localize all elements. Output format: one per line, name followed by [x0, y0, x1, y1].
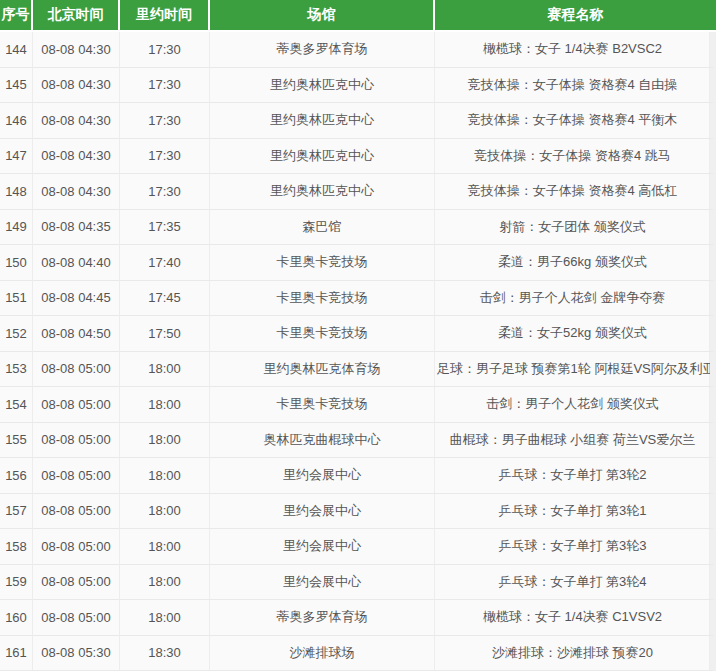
beijing-time-cell: 08-08 04:30 — [33, 174, 120, 210]
venue-cell: 卡里奥卡竞技场 — [210, 281, 435, 317]
beijing-time-cell: 08-08 04:30 — [33, 68, 120, 104]
rio-time-cell: 17:30 — [120, 103, 210, 139]
table-row: 16008-08 05:0018:00蒂奥多罗体育场橄榄球：女子 1/4决赛 C… — [0, 600, 716, 636]
rio-time-cell: 18:00 — [120, 529, 210, 565]
event-name-cell: 橄榄球：女子 1/4决赛 C1VSV2 — [435, 600, 716, 636]
row-number-cell: 161 — [0, 636, 33, 672]
beijing-time-cell: 08-08 05:00 — [33, 529, 120, 565]
venue-cell: 森巴馆 — [210, 210, 435, 246]
row-number-cell: 153 — [0, 352, 33, 388]
event-name-cell: 柔道：男子66kg 颁奖仪式 — [435, 245, 716, 281]
venue-cell: 卡里奥卡竞技场 — [210, 245, 435, 281]
venue-cell: 卡里奥卡竞技场 — [210, 387, 435, 423]
venue-cell: 沙滩排球场 — [210, 636, 435, 672]
table-row: 15908-08 05:0018:00里约会展中心乒乓球：女子单打 第3轮4 — [0, 565, 716, 601]
event-name-cell: 乒乓球：女子单打 第3轮3 — [435, 529, 716, 565]
table-row: 14608-08 04:3017:30里约奥林匹克中心竞技体操：女子体操 资格赛… — [0, 103, 716, 139]
schedule-page: 序号 北京时间 里约时间 场馆 赛程名称 14408-08 04:3017:30… — [0, 0, 716, 672]
event-name-cell: 乒乓球：女子单打 第3轮2 — [435, 458, 716, 494]
venue-cell: 里约奥林匹克中心 — [210, 174, 435, 210]
row-number-cell: 154 — [0, 387, 33, 423]
event-name-cell: 柔道：女子52kg 颁奖仪式 — [435, 316, 716, 352]
rio-time-cell: 18:30 — [120, 636, 210, 672]
table-row: 15608-08 05:0018:00里约会展中心乒乓球：女子单打 第3轮2 — [0, 458, 716, 494]
row-number-cell: 147 — [0, 139, 33, 175]
row-number-cell: 156 — [0, 458, 33, 494]
venue-cell: 里约奥林匹克体育场 — [210, 352, 435, 388]
table-row: 15208-08 04:5017:50卡里奥卡竞技场柔道：女子52kg 颁奖仪式 — [0, 316, 716, 352]
event-name-cell: 射箭：女子团体 颁奖仪式 — [435, 210, 716, 246]
event-name-cell: 曲棍球：男子曲棍球 小组赛 荷兰VS爱尔兰 — [435, 423, 716, 459]
column-header-event-name: 赛程名称 — [435, 0, 716, 32]
venue-cell: 里约会展中心 — [210, 458, 435, 494]
event-name-cell: 竞技体操：女子体操 资格赛4 自由操 — [435, 68, 716, 104]
row-number-cell: 152 — [0, 316, 33, 352]
rio-time-cell: 18:00 — [120, 423, 210, 459]
beijing-time-cell: 08-08 05:30 — [33, 636, 120, 672]
table-row: 15308-08 05:0018:00里约奥林匹克体育场足球：男子足球 预赛第1… — [0, 352, 716, 388]
beijing-time-cell: 08-08 04:30 — [33, 139, 120, 175]
row-number-cell: 158 — [0, 529, 33, 565]
row-number-cell: 151 — [0, 281, 33, 317]
row-number-cell: 159 — [0, 565, 33, 601]
event-name-cell: 击剑：男子个人花剑 金牌争夺赛 — [435, 281, 716, 317]
header-row: 序号 北京时间 里约时间 场馆 赛程名称 — [0, 0, 716, 32]
row-number-cell: 145 — [0, 68, 33, 104]
rio-time-cell: 17:45 — [120, 281, 210, 317]
row-number-cell: 144 — [0, 32, 33, 68]
column-header-rio-time: 里约时间 — [120, 0, 210, 32]
beijing-time-cell: 08-08 05:00 — [33, 494, 120, 530]
row-number-cell: 160 — [0, 600, 33, 636]
beijing-time-cell: 08-08 05:00 — [33, 565, 120, 601]
table-row: 15008-08 04:4017:40卡里奥卡竞技场柔道：男子66kg 颁奖仪式 — [0, 245, 716, 281]
table-row: 14408-08 04:3017:30蒂奥多罗体育场橄榄球：女子 1/4决赛 B… — [0, 32, 716, 68]
row-number-cell: 146 — [0, 103, 33, 139]
table-row: 15108-08 04:4517:45卡里奥卡竞技场击剑：男子个人花剑 金牌争夺… — [0, 281, 716, 317]
event-name-cell: 橄榄球：女子 1/4决赛 B2VSC2 — [435, 32, 716, 68]
venue-cell: 里约奥林匹克中心 — [210, 103, 435, 139]
rio-time-cell: 18:00 — [120, 387, 210, 423]
row-number-cell: 148 — [0, 174, 33, 210]
beijing-time-cell: 08-08 04:30 — [33, 103, 120, 139]
beijing-time-cell: 08-08 05:00 — [33, 600, 120, 636]
event-name-cell: 乒乓球：女子单打 第3轮4 — [435, 565, 716, 601]
rio-time-cell: 17:30 — [120, 68, 210, 104]
table-row: 15808-08 05:0018:00里约会展中心乒乓球：女子单打 第3轮3 — [0, 529, 716, 565]
event-name-cell: 击剑：男子个人花剑 颁奖仪式 — [435, 387, 716, 423]
row-number-cell: 150 — [0, 245, 33, 281]
row-number-cell: 155 — [0, 423, 33, 459]
rio-time-cell: 18:00 — [120, 494, 210, 530]
table-row: 15508-08 05:0018:00奥林匹克曲棍球中心曲棍球：男子曲棍球 小组… — [0, 423, 716, 459]
rio-time-cell: 18:00 — [120, 352, 210, 388]
rio-time-cell: 17:50 — [120, 316, 210, 352]
table-row: 16108-08 05:3018:30沙滩排球场沙滩排球：沙滩排球 预赛20 — [0, 636, 716, 672]
table-row: 14808-08 04:3017:30里约奥林匹克中心竞技体操：女子体操 资格赛… — [0, 174, 716, 210]
beijing-time-cell: 08-08 05:00 — [33, 352, 120, 388]
event-name-cell: 竞技体操：女子体操 资格赛4 跳马 — [435, 139, 716, 175]
beijing-time-cell: 08-08 04:30 — [33, 32, 120, 68]
row-number-cell: 157 — [0, 494, 33, 530]
venue-cell: 里约会展中心 — [210, 565, 435, 601]
rio-time-cell: 17:30 — [120, 139, 210, 175]
venue-cell: 里约会展中心 — [210, 529, 435, 565]
venue-cell: 里约奥林匹克中心 — [210, 68, 435, 104]
table-row: 15708-08 05:0018:00里约会展中心乒乓球：女子单打 第3轮1 — [0, 494, 716, 530]
schedule-table-body: 14408-08 04:3017:30蒂奥多罗体育场橄榄球：女子 1/4决赛 B… — [0, 32, 716, 671]
table-row: 15408-08 05:0018:00卡里奥卡竞技场击剑：男子个人花剑 颁奖仪式 — [0, 387, 716, 423]
venue-cell: 里约奥林匹克中心 — [210, 139, 435, 175]
event-name-cell: 竞技体操：女子体操 资格赛4 高低杠 — [435, 174, 716, 210]
beijing-time-cell: 08-08 04:50 — [33, 316, 120, 352]
rio-time-cell: 18:00 — [120, 458, 210, 494]
table-row: 14708-08 04:3017:30里约奥林匹克中心竞技体操：女子体操 资格赛… — [0, 139, 716, 175]
schedule-table: 序号 北京时间 里约时间 场馆 赛程名称 14408-08 04:3017:30… — [0, 0, 716, 671]
rio-time-cell: 17:30 — [120, 32, 210, 68]
rio-time-cell: 18:00 — [120, 565, 210, 601]
event-name-cell: 沙滩排球：沙滩排球 预赛20 — [435, 636, 716, 672]
column-header-row-number: 序号 — [0, 0, 33, 32]
beijing-time-cell: 08-08 05:00 — [33, 387, 120, 423]
rio-time-cell: 17:35 — [120, 210, 210, 246]
table-row: 14508-08 04:3017:30里约奥林匹克中心竞技体操：女子体操 资格赛… — [0, 68, 716, 104]
event-name-cell: 足球：男子足球 预赛第1轮 阿根廷VS阿尔及利亚 — [435, 352, 716, 388]
table-row: 14908-08 04:3517:35森巴馆射箭：女子团体 颁奖仪式 — [0, 210, 716, 246]
column-header-beijing-time: 北京时间 — [33, 0, 120, 32]
